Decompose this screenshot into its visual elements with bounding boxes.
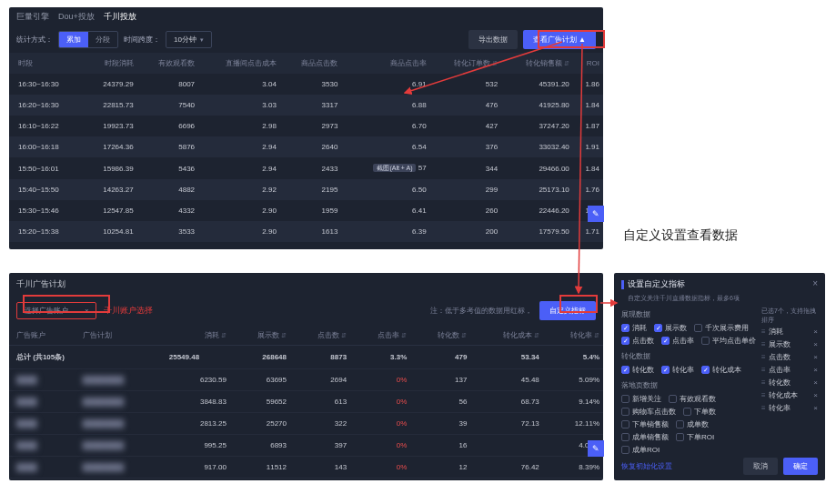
cancel-button[interactable]: 取消: [743, 458, 778, 475]
selected-metric-item[interactable]: ≡转化数×: [761, 378, 818, 388]
drag-icon[interactable]: ≡: [761, 328, 766, 336]
remove-icon[interactable]: ×: [813, 340, 818, 348]
selected-metric-label: ≡转化率: [761, 403, 791, 413]
drag-icon[interactable]: ≡: [761, 404, 766, 412]
mode-segmented[interactable]: 累加 分段: [58, 31, 118, 48]
metric-checkbox[interactable]: 成单销售额: [621, 432, 669, 442]
selected-metric-item[interactable]: ≡转化率×: [761, 403, 818, 413]
remove-icon[interactable]: ×: [813, 391, 818, 399]
mode-segment[interactable]: 分段: [88, 32, 117, 47]
metric-checkbox[interactable]: ✓转化数: [621, 365, 654, 375]
metric-checkbox[interactable]: ✓消耗: [621, 323, 647, 333]
col-5[interactable]: 商品点击率: [341, 53, 429, 74]
threshold-note: 注：低于多考值的数据用红标，: [430, 306, 532, 316]
plan-col-7[interactable]: 转化成本: [470, 326, 542, 346]
table-row: 16:20~16:3022815.7375403.0333176.8847641…: [9, 95, 603, 116]
remove-icon[interactable]: ×: [813, 366, 818, 374]
metric-checkbox[interactable]: ✓点击数: [621, 336, 654, 346]
metric-checkbox[interactable]: 下单数: [683, 407, 716, 417]
total-row: 总计 (共105条)25549.4826864888733.3%47953.34…: [9, 346, 603, 369]
ad-plan-controls: 选择广告账户 千川账户选择 注：低于多考值的数据用红标， 自定义指标: [9, 296, 603, 326]
metric-checkbox[interactable]: 成单数: [676, 419, 709, 429]
export-button[interactable]: 导出数据: [468, 30, 518, 49]
close-icon[interactable]: ×: [812, 278, 818, 288]
drag-icon[interactable]: ≡: [761, 378, 766, 387]
custom-metrics-button[interactable]: 自定义指标: [539, 301, 596, 320]
cell: 76.42: [470, 457, 542, 479]
cell: 59652: [230, 391, 290, 413]
cell: 9.14%: [543, 391, 603, 413]
tab-dou[interactable]: Dou+投放: [58, 11, 95, 23]
cell: 56: [410, 391, 470, 413]
tab-qianchuan[interactable]: 千川投放: [104, 11, 136, 23]
col-4[interactable]: 商品点击数: [280, 53, 341, 74]
cell: 3.03: [198, 95, 280, 116]
plan-col-4[interactable]: 点击数: [290, 326, 350, 346]
metric-label: 成单销售额: [632, 432, 669, 442]
metric-checkbox[interactable]: 有效观看数: [669, 394, 716, 404]
col-1[interactable]: 时段消耗: [84, 53, 136, 74]
tab-juliang[interactable]: 巨量引擎: [16, 11, 49, 23]
metric-checkbox[interactable]: ✓转化成本: [701, 365, 741, 375]
account-select[interactable]: 选择广告账户: [16, 302, 96, 319]
cell: 3533: [137, 221, 198, 242]
remove-icon[interactable]: ×: [813, 353, 818, 361]
selected-metric-item[interactable]: ≡消耗×: [761, 327, 818, 337]
metric-checkbox[interactable]: ✓转化率: [661, 365, 694, 375]
drag-icon[interactable]: ≡: [761, 391, 766, 399]
selected-metric-item[interactable]: ≡点击数×: [761, 352, 818, 362]
drag-icon[interactable]: ≡: [761, 366, 766, 374]
plan-col-6[interactable]: 转化数: [410, 326, 470, 346]
metric-checkbox[interactable]: 成单ROI: [621, 445, 660, 455]
selected-metric-item[interactable]: ≡点击率×: [761, 365, 818, 375]
metric-checkbox[interactable]: ✓点击率: [661, 336, 694, 346]
remove-icon[interactable]: ×: [813, 378, 818, 387]
selected-metric-item[interactable]: ≡展示数×: [761, 339, 818, 349]
view-ad-plan-button[interactable]: 查看广告计划 ▲: [523, 30, 596, 49]
cell: 137: [410, 369, 470, 391]
cell: 6.91: [341, 74, 429, 95]
metric-checkbox[interactable]: 下单销售额: [621, 419, 669, 429]
granularity-select[interactable]: 10分钟: [166, 31, 212, 48]
checkbox-icon: ✓: [621, 366, 630, 374]
metric-checkbox[interactable]: 下单ROI: [676, 432, 714, 442]
cell: 0%: [350, 391, 410, 413]
restore-defaults-link[interactable]: 恢复初始化设置: [621, 461, 672, 471]
cell: 1.84: [573, 95, 603, 116]
table-row: ████████████3848.83596526130%5668.739.14…: [9, 391, 603, 413]
confirm-button[interactable]: 确定: [783, 458, 818, 475]
remove-icon[interactable]: ×: [813, 404, 818, 412]
col-8[interactable]: ROI: [573, 53, 603, 74]
cell: 2694: [290, 369, 350, 391]
cell: 3848.83: [162, 391, 230, 413]
selected-metric-item[interactable]: ≡转化成本×: [761, 390, 818, 400]
remove-icon[interactable]: ×: [813, 328, 818, 336]
metric-checkbox[interactable]: ✓展示数: [654, 323, 687, 333]
edit-plan-button[interactable]: ✎: [588, 440, 604, 457]
mode-cumulative[interactable]: 累加: [59, 32, 88, 47]
edit-row-button[interactable]: ✎: [588, 206, 604, 222]
cell: 22815.73: [84, 95, 136, 116]
plan-col-3[interactable]: 展示数: [230, 326, 290, 346]
plan-col-1: 广告计划: [76, 326, 162, 346]
metric-label: 下单ROI: [687, 432, 714, 442]
metric-checkbox[interactable]: 千次展示费用: [694, 323, 749, 333]
cell: 6.54: [341, 136, 429, 157]
metric-checkbox[interactable]: 平均点击单价: [701, 336, 756, 346]
checkbox-icon: [683, 408, 691, 416]
metric-checkbox[interactable]: 新增关注: [621, 394, 661, 404]
accent-bar: [621, 280, 624, 289]
plan-col-5[interactable]: 点击率: [350, 326, 410, 346]
col-2[interactable]: 有效观看数: [137, 53, 198, 74]
drag-icon[interactable]: ≡: [761, 353, 766, 361]
col-6[interactable]: 转化订单数: [430, 53, 502, 74]
cell: 0%: [350, 435, 410, 457]
col-7[interactable]: 转化销售额: [501, 53, 573, 74]
drag-icon[interactable]: ≡: [761, 340, 766, 348]
plan-col-8[interactable]: 转化率: [543, 326, 603, 346]
cell: 8.39%: [543, 457, 603, 479]
col-3[interactable]: 直播间点击成本: [198, 53, 280, 74]
plan-col-2[interactable]: 消耗: [162, 326, 230, 346]
cell: 260: [430, 200, 502, 221]
metric-checkbox[interactable]: 购物车点击数: [621, 407, 676, 417]
